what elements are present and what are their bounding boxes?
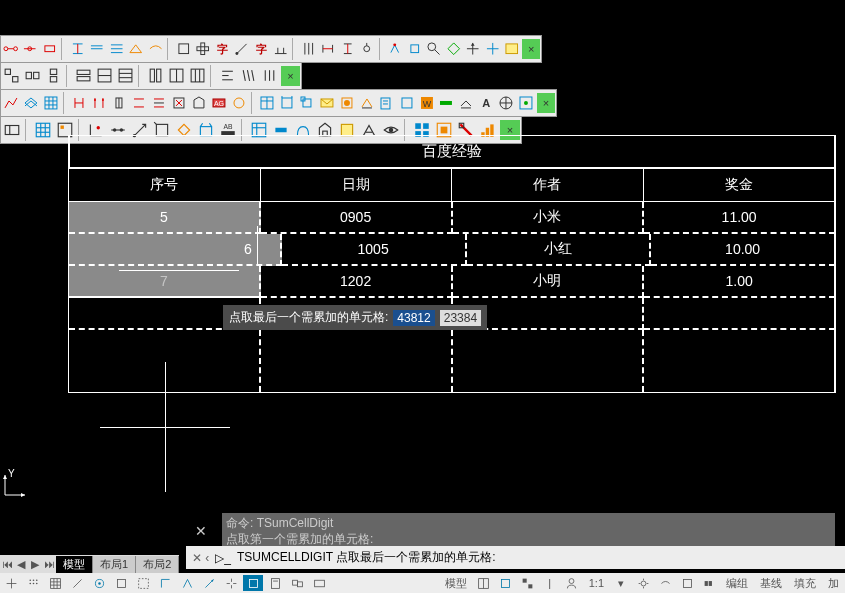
status-baseline[interactable]: 基线 <box>754 576 788 591</box>
cell[interactable]: 小红 <box>467 234 652 266</box>
tool-icon[interactable] <box>503 39 520 59</box>
status-icon[interactable] <box>221 575 241 591</box>
tool-icon[interactable] <box>386 39 403 59</box>
cmd-controls[interactable]: ✕ ‹ <box>192 551 209 565</box>
tool-icon[interactable] <box>425 39 442 59</box>
status-icon[interactable] <box>518 575 538 591</box>
tool-icon[interactable] <box>497 93 515 113</box>
tool-icon[interactable] <box>258 93 276 113</box>
status-icon[interactable] <box>67 575 87 591</box>
status-icon[interactable] <box>265 575 285 591</box>
table-row[interactable]: 5 0905 小米 11.00 <box>69 202 835 234</box>
cell[interactable]: 0905 <box>261 202 453 234</box>
tool-icon[interactable] <box>2 39 19 59</box>
tab-next-icon[interactable]: ▶ <box>28 558 42 571</box>
tool-icon[interactable] <box>23 66 42 86</box>
status-icon[interactable] <box>45 575 65 591</box>
tab-layout2[interactable]: 布局2 <box>136 556 179 573</box>
tool-icon[interactable] <box>70 93 88 113</box>
status-icon[interactable] <box>89 575 109 591</box>
cell[interactable]: 10.00 <box>651 234 835 266</box>
cell-empty[interactable] <box>453 330 645 392</box>
tool-icon[interactable] <box>378 93 396 113</box>
drawing-canvas[interactable]: 字 字 × × AG W A × AB × Y 百度经验 序号 日期 作者 奖金… <box>0 0 845 533</box>
tool-icon[interactable] <box>260 66 279 86</box>
tool-icon[interactable] <box>90 93 108 113</box>
cell[interactable]: 小明 <box>453 266 645 298</box>
tool-icon[interactable] <box>218 66 237 86</box>
tool-icon[interactable] <box>2 120 22 140</box>
status-icon[interactable] <box>23 575 43 591</box>
tool-icon[interactable] <box>437 93 455 113</box>
cell[interactable]: 1.00 <box>644 266 835 298</box>
tool-icon[interactable] <box>116 66 135 86</box>
tool-icon[interactable] <box>338 93 356 113</box>
tool-icon[interactable] <box>194 39 211 59</box>
tab-last-icon[interactable]: ⏭ <box>42 558 56 571</box>
cell[interactable]: 小米 <box>453 202 645 234</box>
tool-icon[interactable] <box>42 93 60 113</box>
table-row[interactable] <box>69 330 835 392</box>
tool-icon[interactable] <box>127 39 144 59</box>
tool-icon[interactable] <box>239 66 258 86</box>
status-model[interactable]: 模型 <box>439 576 473 591</box>
tool-icon[interactable] <box>95 66 114 86</box>
status-add[interactable]: 加 <box>822 576 845 591</box>
tool-icon[interactable] <box>44 66 63 86</box>
dropdown-icon[interactable]: ▾ <box>611 575 631 591</box>
command-input-bar[interactable]: ✕ ‹ ▷_ TSUMCELLDIGIT 点取最后一个需累加的单元格: <box>186 546 845 569</box>
cell[interactable]: 1005 <box>282 234 467 266</box>
tool-icon[interactable] <box>21 39 38 59</box>
tool-icon[interactable] <box>41 39 58 59</box>
tab-model[interactable]: 模型 <box>56 556 93 573</box>
tool-icon[interactable] <box>358 39 375 59</box>
tool-icon[interactable] <box>167 66 186 86</box>
mail-icon[interactable] <box>318 93 336 113</box>
tool-icon[interactable] <box>319 39 336 59</box>
tool-icon[interactable] <box>457 93 475 113</box>
cmd-active-text[interactable]: TSUMCELLDIGIT 点取最后一个需累加的单元格: <box>237 549 495 566</box>
status-scale[interactable]: 1:1 <box>583 577 610 589</box>
tool-icon[interactable] <box>298 93 316 113</box>
status-icon[interactable] <box>496 575 516 591</box>
status-icon[interactable] <box>474 575 494 591</box>
cell[interactable]: 11.00 <box>644 202 835 234</box>
status-icon[interactable] <box>699 575 719 591</box>
tool-icon[interactable] <box>445 39 462 59</box>
status-group[interactable]: 编组 <box>720 576 754 591</box>
tab-first-icon[interactable]: ⏮ <box>0 558 14 571</box>
cell[interactable]: 6 <box>69 234 282 266</box>
status-icon[interactable] <box>677 575 697 591</box>
tool-icon[interactable] <box>74 66 93 86</box>
tab-prev-icon[interactable]: ◀ <box>14 558 28 571</box>
cell[interactable]: 5 <box>69 202 261 234</box>
tool-icon[interactable] <box>147 39 164 59</box>
tool-icon[interactable] <box>146 66 165 86</box>
tool-icon[interactable] <box>358 93 376 113</box>
close-icon[interactable]: × <box>537 93 555 113</box>
tool-icon[interactable] <box>108 39 125 59</box>
tool-icon[interactable] <box>278 93 296 113</box>
tool-icon[interactable] <box>272 39 289 59</box>
tool-icon[interactable] <box>2 93 20 113</box>
status-icon[interactable] <box>199 575 219 591</box>
tool-icon[interactable] <box>130 93 148 113</box>
tool-icon[interactable] <box>300 39 317 59</box>
cell-empty[interactable] <box>69 330 261 392</box>
tool-icon[interactable] <box>69 39 86 59</box>
status-icon[interactable] <box>287 575 307 591</box>
status-icon[interactable] <box>133 575 153 591</box>
tab-layout1[interactable]: 布局1 <box>93 556 136 573</box>
cell-empty[interactable] <box>644 298 835 330</box>
cell[interactable]: 7 <box>69 266 261 298</box>
status-icon[interactable] <box>155 575 175 591</box>
tool-icon[interactable] <box>517 93 535 113</box>
close-icon[interactable]: × <box>522 39 539 59</box>
close-icon[interactable]: × <box>281 66 300 86</box>
status-icon[interactable] <box>111 575 131 591</box>
tool-icon[interactable] <box>22 93 40 113</box>
status-icon[interactable] <box>1 575 21 591</box>
gear-icon[interactable] <box>633 575 653 591</box>
tool-icon[interactable] <box>464 39 481 59</box>
status-icon[interactable] <box>243 575 263 591</box>
